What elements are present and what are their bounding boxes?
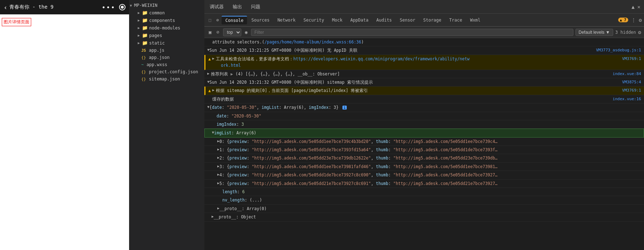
- info-badge: i: [342, 106, 347, 110]
- line-source[interactable]: VM3773_asdebug.js:1: [592, 47, 641, 54]
- more-icon[interactable]: •••: [101, 4, 115, 11]
- warning-link-cont[interactable]: ork.html: [221, 63, 241, 68]
- line-text: 缓存的数据: [212, 96, 609, 102]
- topbar-close-icon[interactable]: ✕: [638, 4, 640, 10]
- more-tabs-icon[interactable]: ⋮: [631, 17, 636, 23]
- console-line: date: "2020-05-30": [204, 112, 644, 120]
- folder-icon: 📁: [142, 33, 148, 38]
- page-label: 图片详情页面: [2, 18, 31, 26]
- source-link[interactable]: /pages/home/home-album/index.wxss:66:36: [264, 40, 361, 45]
- wxss-icon: ~: [141, 62, 144, 67]
- folder-icon: 📁: [142, 10, 148, 15]
- mobile-panel: ‹ 青春有你 - the 9 ••• 图片详情页面: [0, 0, 129, 250]
- line-text: __proto__: Object: [214, 214, 641, 220]
- line-text: date: "2020-05-30": [217, 113, 641, 119]
- tab-audits[interactable]: Audits: [373, 16, 395, 24]
- line-source[interactable]: VM3875:4: [619, 79, 641, 85]
- devtools-topbar: 调试器 输出 问题 ▲ ✕: [204, 0, 644, 14]
- console-line: ▶ 4: {preview: "http://img5.adesk.com/5e…: [204, 171, 644, 179]
- mobile-header: ‹ 青春有你 - the 9 •••: [0, 0, 129, 14]
- tree-item-label: node-modules: [149, 26, 180, 31]
- tab-trace[interactable]: Trace: [446, 16, 466, 24]
- console-sidebar-icon[interactable]: ▣: [207, 29, 213, 36]
- folder-icon: 📁: [142, 25, 148, 31]
- tree-item-components[interactable]: ▶ 📁 components: [129, 17, 204, 24]
- console-line-warning: ▲ ▶ 工具未检查合法域名，更多请参考文档：https://developers…: [204, 55, 644, 70]
- tree-item-pages[interactable]: ▶ 📁 pages: [129, 32, 204, 39]
- tab-sensor[interactable]: Sensor: [396, 16, 419, 24]
- console-content: attribute selectors.(/pages/home/home-al…: [204, 38, 644, 250]
- tab-select-icon[interactable]: ⬚: [207, 16, 213, 24]
- console-line: ▼ {date: "2020-05-30", imgList: Array(6)…: [204, 103, 644, 112]
- console-line: ▼ Sun Jun 14 2020 13:21:25 GMT+0800 (中国标…: [204, 46, 644, 55]
- tree-item-projectconfig[interactable]: {} project.config.json: [129, 68, 204, 75]
- console-line: attribute selectors.(/pages/home/home-al…: [204, 38, 644, 46]
- tree-item-label: project.config.json: [149, 69, 198, 74]
- tree-item-appjson[interactable]: {} app.json: [129, 54, 204, 61]
- topbar-up-icon[interactable]: ▲: [631, 4, 634, 10]
- folder-arrow: ▶: [138, 11, 140, 15]
- back-icon[interactable]: ‹: [4, 4, 8, 11]
- tree-item-node-modules[interactable]: ▶ 📁 node-modules: [129, 24, 204, 32]
- json-icon: {}: [141, 55, 146, 60]
- folder-icon: 📁: [142, 40, 148, 46]
- line-source[interactable]: index.vue:84: [609, 71, 641, 77]
- tree-item-appwxss[interactable]: ~ app.wxss: [129, 61, 204, 68]
- tree-item-appjs[interactable]: JS app.js: [129, 47, 204, 54]
- line-text: imgIndex: 3: [217, 121, 641, 128]
- json-icon: {}: [141, 70, 146, 74]
- line-text: 1: {preview: "http://img5.adesk.com/5e05…: [219, 147, 641, 153]
- tree-item-static[interactable]: ▶ 📁 static: [129, 39, 204, 47]
- console-settings-icon[interactable]: ⚙: [638, 29, 641, 35]
- line-text: 2: {preview: "http://img5.adesk.com/5e05…: [219, 155, 641, 161]
- tree-item-sitemap[interactable]: {} sitemap.json: [129, 75, 204, 83]
- tree-item-label: app.json: [149, 55, 170, 60]
- tab-sources[interactable]: Sources: [248, 16, 273, 24]
- mobile-title: 青春有你 - the 9: [9, 4, 53, 10]
- tab-console[interactable]: Console: [222, 16, 247, 24]
- warn-icon: ▲: [208, 87, 211, 94]
- mobile-screen: 图片详情页面: [0, 14, 129, 250]
- tab-security[interactable]: Security: [300, 16, 328, 24]
- console-clear-icon[interactable]: ⊘: [215, 29, 221, 36]
- tab-network[interactable]: Network: [274, 16, 299, 24]
- line-text: 工具未检查合法域名，更多请参考文档：https://developers.wei…: [216, 56, 619, 69]
- tab-storage[interactable]: Storage: [420, 16, 445, 24]
- console-eye-icon[interactable]: ◉: [243, 29, 249, 36]
- tab-right-controls: ▲ 7 ⋮ ⚙: [618, 17, 642, 23]
- line-text: Sun Jun 14 2020 13:21:32 GMT+0800 (中国标准时…: [209, 79, 619, 85]
- tree-root-label: MP-WEIXIN: [134, 3, 157, 8]
- settings-tab-icon[interactable]: ⚙: [639, 17, 642, 23]
- topbar-issues[interactable]: 问题: [249, 3, 262, 11]
- filter-input[interactable]: [251, 29, 573, 36]
- tree-root-arrow[interactable]: ▼: [130, 4, 132, 8]
- tree-root: ▼ MP-WEIXIN: [129, 2, 204, 9]
- line-source[interactable]: index.vue:16: [609, 96, 641, 102]
- line-text: Sun Jun 14 2020 13:21:25 GMT+0800 (中国标准时…: [209, 47, 592, 54]
- expand-arrow[interactable]: ▶: [212, 87, 214, 93]
- line-source[interactable]: VM3769:1: [619, 87, 641, 94]
- mobile-header-right: •••: [101, 4, 126, 11]
- warn-icon: ▲: [208, 56, 211, 62]
- folder-arrow: ▶: [138, 26, 140, 30]
- json-icon: {}: [141, 77, 146, 82]
- topbar-output[interactable]: 输出: [231, 3, 244, 11]
- record-icon[interactable]: [119, 4, 126, 10]
- expand-arrow[interactable]: ▶: [212, 56, 214, 61]
- topbar-debugger[interactable]: 调试器: [208, 3, 226, 11]
- console-context-select[interactable]: top: [223, 28, 241, 36]
- tree-item-label: sitemap.json: [149, 77, 180, 82]
- line-source[interactable]: VM3769:1: [619, 56, 641, 62]
- warning-badge: ▲ 7: [618, 18, 628, 22]
- hidden-count: 3 hidden: [615, 30, 636, 35]
- tree-item-common[interactable]: ▶ 📁 common: [129, 9, 204, 17]
- tab-mock[interactable]: Mock: [328, 16, 346, 24]
- tab-block-icon[interactable]: ⊘: [214, 16, 221, 24]
- tab-appdata[interactable]: AppData: [347, 16, 372, 24]
- levels-dropdown[interactable]: Default levels ▼: [576, 29, 613, 36]
- warning-link[interactable]: https://developers.weixin.qq.com/minipro…: [293, 56, 470, 61]
- tab-wxml[interactable]: Wxml: [467, 16, 484, 24]
- expand-arrow[interactable]: ▶: [207, 71, 209, 77]
- tree-item-label: app.wxss: [147, 62, 167, 67]
- console-line: ▶ 2: {preview: "http://img5.adesk.com/5e…: [204, 154, 644, 162]
